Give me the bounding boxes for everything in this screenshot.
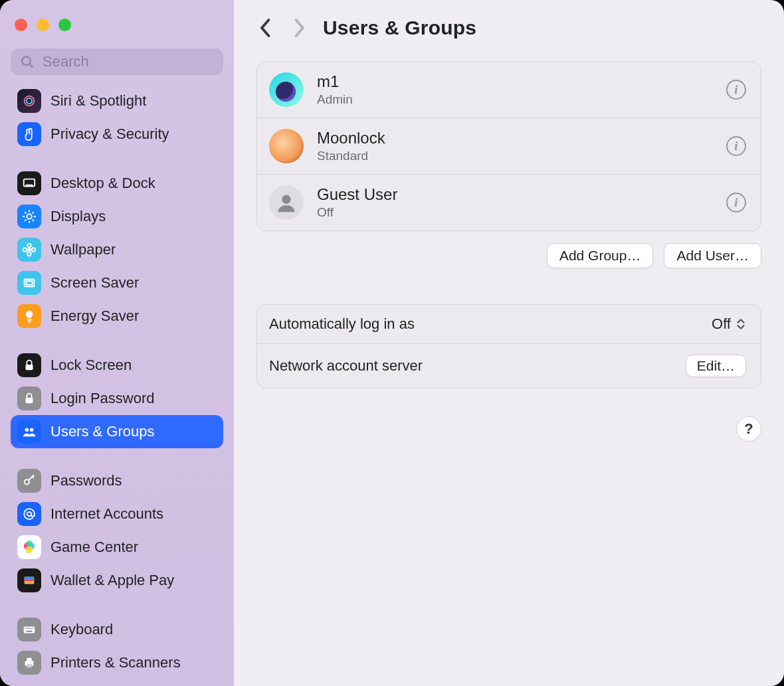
svg-point-25	[30, 428, 33, 432]
network-server-row: Network account server Edit…	[257, 343, 761, 388]
sidebar-item-game-center[interactable]: Game Center	[11, 531, 223, 564]
search-field-container[interactable]	[11, 48, 223, 75]
add-group-button[interactable]: Add Group…	[547, 243, 654, 268]
avatar	[269, 129, 304, 163]
close-window-button[interactable]	[15, 19, 27, 31]
sidebar-item-screen-saver[interactable]: Screen Saver	[11, 266, 223, 300]
sidebar-item-label: Users & Groups	[50, 423, 155, 440]
user-info-button[interactable]: i	[726, 193, 746, 213]
add-user-button[interactable]: Add User…	[664, 243, 761, 268]
user-info-button[interactable]: i	[726, 80, 746, 100]
help-row: ?	[256, 416, 761, 442]
svg-line-14	[33, 213, 33, 213]
main-content: Users & Groups m1AdminiMoonlockStandardi…	[234, 0, 784, 686]
keyboard-icon	[17, 618, 41, 642]
sidebar-item-label: Screen Saver	[50, 274, 139, 292]
sidebar-item-label: Siri & Spotlight	[50, 92, 146, 110]
svg-line-13	[25, 220, 26, 220]
sidebar: Siri & SpotlightPrivacy & SecurityDeskto…	[0, 0, 234, 686]
sidebar-item-label: Game Center	[50, 539, 138, 556]
sidebar-item-printers-scanners[interactable]: Printers & Scanners	[11, 646, 223, 679]
siri-spotlight-icon	[17, 89, 41, 113]
auto-login-label: Automatically log in as	[269, 315, 415, 333]
sidebar-item-desktop-dock[interactable]: Desktop & Dock	[11, 167, 223, 200]
user-row-moonlock: MoonlockStandardi	[257, 118, 761, 174]
svg-point-24	[25, 428, 29, 432]
svg-point-15	[27, 248, 31, 252]
svg-line-1	[30, 64, 33, 68]
user-name: Moonlock	[317, 129, 713, 147]
minimize-window-button[interactable]	[37, 19, 49, 31]
svg-point-16	[27, 244, 31, 248]
sidebar-item-wallpaper[interactable]: Wallpaper	[11, 233, 223, 266]
sidebar-item-label: Displays	[50, 208, 106, 225]
help-button[interactable]: ?	[736, 416, 761, 442]
svg-rect-34	[25, 579, 35, 581]
sidebar-item-label: Energy Saver	[50, 307, 139, 325]
wallpaper-icon	[17, 238, 41, 262]
user-info-button[interactable]: i	[726, 136, 746, 156]
game-center-icon	[17, 535, 41, 559]
lock-screen-icon	[17, 353, 41, 377]
svg-rect-43	[27, 658, 31, 661]
sidebar-item-login-password[interactable]: Login Password	[11, 382, 223, 415]
svg-point-30	[26, 546, 33, 553]
energy-saver-icon	[17, 304, 41, 328]
login-settings-panel: Automatically log in as Off Network acco…	[256, 304, 761, 388]
auto-login-popup[interactable]: Off	[712, 315, 746, 333]
svg-point-3	[27, 98, 32, 104]
sidebar-item-label: Login Password	[50, 390, 155, 407]
users-actions: Add Group… Add User…	[256, 243, 761, 268]
sidebar-item-siri-spotlight[interactable]: Siri & Spotlight	[11, 84, 223, 118]
system-settings-window: Siri & SpotlightPrivacy & SecurityDeskto…	[0, 0, 784, 686]
users-list-panel: m1AdminiMoonlockStandardiGuest UserOffi	[256, 61, 761, 231]
back-button[interactable]	[256, 15, 275, 41]
passwords-icon	[17, 469, 41, 493]
svg-line-11	[25, 213, 26, 213]
svg-line-12	[33, 220, 33, 220]
user-name: Guest User	[317, 185, 713, 204]
sidebar-item-wallet-apple-pay[interactable]: Wallet & Apple Pay	[11, 564, 223, 597]
sidebar-item-label: Wallpaper	[50, 241, 116, 258]
sidebar-item-users-groups[interactable]: Users & Groups	[11, 415, 223, 448]
internet-accounts-icon	[17, 502, 41, 526]
user-role: Standard	[317, 149, 713, 163]
sidebar-item-label: Lock Screen	[50, 357, 132, 374]
user-name: m1	[317, 72, 713, 91]
sidebar-item-label: Keyboard	[50, 621, 113, 638]
printers-scanners-icon	[17, 651, 41, 675]
sidebar-item-internet-accounts[interactable]: Internet Accounts	[11, 497, 223, 531]
svg-point-17	[27, 252, 31, 256]
sidebar-item-displays[interactable]: Displays	[11, 200, 223, 233]
sidebar-item-label: Passwords	[50, 472, 122, 489]
svg-point-27	[27, 512, 31, 516]
sidebar-item-label: Internet Accounts	[50, 505, 163, 523]
desktop-dock-icon	[17, 171, 41, 195]
sidebar-nav: Siri & SpotlightPrivacy & SecurityDeskto…	[7, 84, 227, 679]
svg-rect-21	[26, 281, 32, 285]
sidebar-item-label: Privacy & Security	[50, 126, 169, 143]
forward-button[interactable]	[290, 15, 308, 41]
wallet-apple-pay-icon	[17, 568, 41, 592]
auto-login-row: Automatically log in as Off	[257, 305, 761, 343]
search-input[interactable]	[41, 52, 214, 71]
sidebar-item-keyboard[interactable]: Keyboard	[11, 613, 223, 646]
sidebar-item-privacy-security[interactable]: Privacy & Security	[11, 118, 223, 151]
login-password-icon	[17, 386, 41, 410]
sidebar-item-energy-saver[interactable]: Energy Saver	[11, 300, 223, 333]
user-role: Admin	[317, 92, 713, 107]
svg-point-2	[25, 96, 35, 106]
sidebar-item-passwords[interactable]: Passwords	[11, 464, 223, 497]
avatar	[269, 185, 304, 220]
page-title: Users & Groups	[323, 17, 476, 39]
avatar	[269, 72, 304, 107]
displays-icon	[17, 205, 41, 228]
zoom-window-button[interactable]	[58, 19, 71, 31]
svg-point-45	[282, 195, 290, 204]
user-row-guest: Guest UserOffi	[257, 174, 761, 230]
auto-login-value: Off	[712, 315, 731, 333]
sidebar-item-lock-screen[interactable]: Lock Screen	[11, 349, 223, 382]
svg-rect-33	[25, 577, 35, 580]
network-server-edit-button[interactable]: Edit…	[686, 355, 746, 377]
window-traffic-lights	[7, 8, 227, 44]
